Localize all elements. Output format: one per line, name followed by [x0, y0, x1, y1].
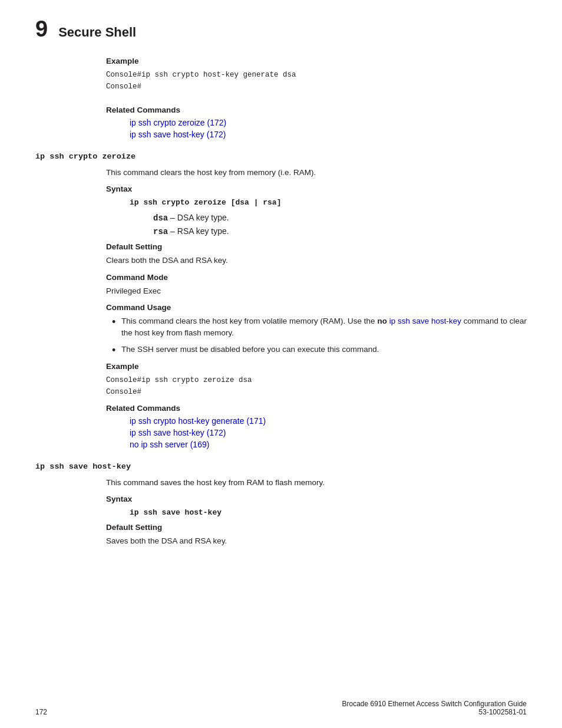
related-link-2[interactable]: ip ssh save host-key (172)	[130, 130, 527, 139]
no-keyword: no	[377, 317, 387, 325]
save-host-key-syntax-heading: Syntax	[106, 495, 527, 503]
zeroize-param-dsa-desc: – DSA key type.	[170, 213, 229, 222]
doc-number: 53-1002581-01	[342, 708, 527, 716]
chapter-title: Secure Shell	[58, 25, 136, 40]
zeroize-related-link-2[interactable]: ip ssh save host-key (172)	[130, 428, 527, 437]
zeroize-example-code: Console#ip ssh crypto zeroize dsa Consol…	[106, 374, 527, 398]
zeroize-related-link-3[interactable]: no ip ssh server (169)	[130, 440, 527, 449]
doc-title: Brocade 6910 Ethernet Access Switch Conf…	[342, 700, 527, 708]
zeroize-related-anchor-3[interactable]: no ip ssh server (169)	[130, 440, 209, 449]
zeroize-default-heading: Default Setting	[106, 242, 527, 251]
bullet-item-1: • This command clears the host key from …	[112, 315, 527, 340]
footer-right: Brocade 6910 Ethernet Access Switch Conf…	[342, 700, 527, 716]
zeroize-related-heading: Related Commands	[106, 404, 527, 413]
page-number: 172	[35, 708, 47, 716]
zeroize-mode-text: Privileged Exec	[106, 285, 527, 297]
code-line: Console#ip ssh crypto host-key generate …	[106, 69, 527, 81]
example-heading-1: Example	[106, 57, 527, 65]
bullet-item-2: • The SSH server must be disabled before…	[112, 344, 527, 355]
bullet-dot-1: •	[112, 317, 121, 327]
zeroize-related-anchor-1[interactable]: ip ssh crypto host-key generate (171)	[130, 416, 266, 426]
zeroize-description: This command clears the host key from me…	[106, 167, 527, 179]
zeroize-command-heading: ip ssh crypto zeroize	[35, 152, 527, 161]
bullet-content-2: The SSH server must be disabled before y…	[121, 344, 527, 355]
bullet-content-1: This command clears the host key from vo…	[121, 315, 527, 340]
related-link-1[interactable]: ip ssh crypto zeroize (172)	[130, 118, 527, 127]
save-host-key-default-heading: Default Setting	[106, 523, 527, 532]
zeroize-code-line-2: Console#	[106, 386, 527, 398]
zeroize-code-line-1: Console#ip ssh crypto zeroize dsa	[106, 374, 527, 386]
zeroize-related-anchor-2[interactable]: ip ssh save host-key (172)	[130, 428, 226, 437]
page-footer: 172 Brocade 6910 Ethernet Access Switch …	[35, 700, 527, 716]
save-host-key-syntax-command: ip ssh save host-key	[130, 507, 527, 517]
zeroize-example-heading: Example	[106, 362, 527, 371]
code-line: Console#	[106, 81, 527, 93]
chapter-number: 9	[35, 18, 48, 40]
zeroize-param-dsa: dsa – DSA key type.	[153, 213, 527, 223]
zeroize-param-rsa-desc: – RSA key type.	[170, 226, 229, 236]
zeroize-syntax-command: ip ssh crypto zeroize [dsa | rsa]	[130, 197, 527, 207]
zeroize-section: ip ssh crypto zeroize This command clear…	[35, 152, 527, 449]
example-code-1: Console#ip ssh crypto host-key generate …	[106, 69, 527, 93]
related-section-1: Related Commands ip ssh crypto zeroize (…	[35, 106, 527, 139]
page: 9 Secure Shell Example Console#ip ssh cr…	[0, 0, 562, 728]
related-link-anchor-1[interactable]: ip ssh crypto zeroize (172)	[130, 118, 226, 127]
zeroize-syntax-heading: Syntax	[106, 185, 527, 193]
zeroize-related-link-1[interactable]: ip ssh crypto host-key generate (171)	[130, 416, 527, 426]
zeroize-param-rsa: rsa – RSA key type.	[153, 226, 527, 236]
zeroize-usage-bullets: • This command clears the host key from …	[112, 315, 527, 356]
save-host-key-heading: ip ssh save host-key	[35, 462, 527, 471]
related-heading-1: Related Commands	[106, 106, 527, 114]
zeroize-mode-heading: Command Mode	[106, 273, 527, 282]
example-section-1: Example Console#ip ssh crypto host-key g…	[35, 57, 527, 93]
save-host-key-section: ip ssh save host-key This command saves …	[35, 462, 527, 548]
save-host-key-default-text: Saves both the DSA and RSA key.	[106, 535, 527, 547]
page-header: 9 Secure Shell	[35, 18, 527, 40]
related-link-anchor-2[interactable]: ip ssh save host-key (172)	[130, 130, 226, 139]
zeroize-default-text: Clears both the DSA and RSA key.	[106, 255, 527, 266]
save-host-key-link-inline[interactable]: ip ssh save host-key	[389, 317, 461, 325]
bullet-dot-2: •	[112, 345, 121, 355]
save-host-key-description: This command saves the host key from RAM…	[106, 477, 527, 489]
zeroize-usage-heading: Command Usage	[106, 303, 527, 312]
